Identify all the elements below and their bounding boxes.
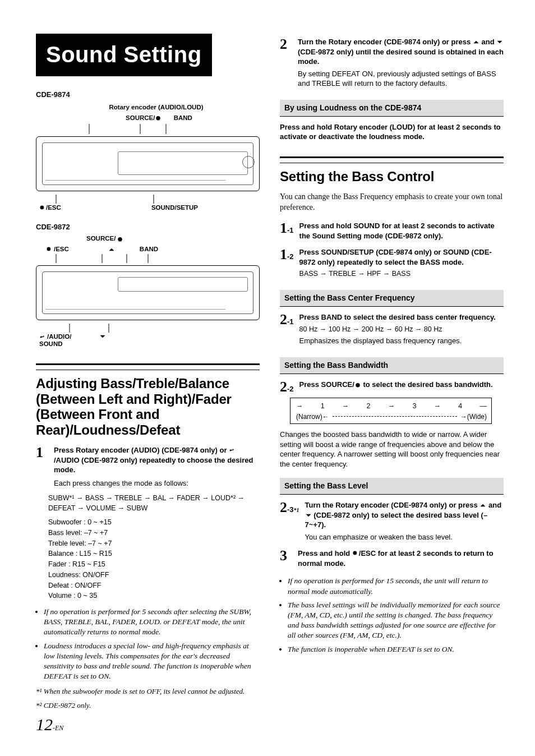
power-icon <box>354 381 361 388</box>
section-divider <box>280 156 504 158</box>
anno-down <box>99 333 106 342</box>
anno-band: BAND <box>174 114 192 121</box>
section-divider <box>36 363 260 365</box>
model-label-9874: CDE-9874 <box>36 90 260 100</box>
page-number: 12-EN <box>36 713 63 736</box>
step-2-3: 2-3*1 Turn the Rotary encoder (CDE-9874 … <box>280 500 504 544</box>
search-icon <box>352 550 359 557</box>
device-illustration-9872 <box>36 265 260 320</box>
chevron-up-icon <box>108 246 115 253</box>
step-1-2: 1-2 Press SOUND/SETUP (CDE-9874 only) or… <box>280 247 504 281</box>
bandwidth-diagram: →1 →2 →3 →4 — (Narrow) ←→ (Wide) <box>290 398 492 424</box>
loop-icon <box>229 447 236 454</box>
bass-intro: You can change the Bass Frequency emphas… <box>280 192 504 213</box>
power-icon <box>155 114 162 121</box>
step-1: 1 Press Rotary encoder (AUDIO) (CDE-9874… <box>36 445 260 490</box>
bass-notes: If no operation is performed for 15 seco… <box>280 576 504 654</box>
anno-rotary: Rotary encoder (AUDIO/LOUD) <box>109 104 203 110</box>
bw-note: Changes the boosted bass bandwidth to wi… <box>280 430 504 469</box>
search-icon <box>46 246 53 253</box>
subheading-bass-level: Setting the Bass Level <box>280 478 504 495</box>
anno-esc-9872: /ESC <box>46 245 69 254</box>
subheading-bass-center: Setting the Bass Center Frequency <box>280 290 504 307</box>
leader-lines <box>36 195 260 204</box>
device-illustration-9874 <box>36 136 260 191</box>
section-divider <box>36 370 260 370</box>
loop-icon <box>39 334 46 340</box>
chevron-down-icon <box>496 39 503 45</box>
section-heading-bass: Setting the Bass Control <box>280 169 504 185</box>
chevron-down-icon <box>305 512 312 519</box>
step-3: 3 Press and hold /ESC for at least 2 sec… <box>280 548 504 570</box>
chevron-down-icon <box>99 333 106 340</box>
search-icon <box>39 205 46 211</box>
subheading-loudness: By using Loudness on the CDE-9874 <box>280 100 504 117</box>
subheading-bass-bw: Setting the Bass Bandwidth <box>280 357 504 374</box>
page-title: Sound Setting <box>36 34 212 76</box>
step-1-1: 1-1 Press and hold SOUND for at least 2 … <box>280 221 504 243</box>
anno-source-9872: SOURCE/ <box>86 234 123 243</box>
value-ranges: Subwoofer : 0 ~ +15 Bass level: –7 ~ +7 … <box>48 517 260 601</box>
anno-esc: /ESC <box>39 204 61 213</box>
anno-source: SOURCE/ <box>126 114 162 121</box>
notes-list: If no operation is performed for 5 secon… <box>36 607 260 682</box>
chevron-up-icon <box>479 502 486 509</box>
footnote-1: *¹ When the subwoofer mode is set to OFF… <box>36 686 260 697</box>
anno-sound-9872: SOUND <box>39 340 63 349</box>
power-icon <box>117 236 123 242</box>
model-label-9872: CDE-9872 <box>36 222 260 232</box>
leader-lines <box>36 254 260 263</box>
step-2-top: 2 Turn the Rotary encoder (CDE-9874 only… <box>280 37 504 91</box>
anno-band-9872: BAND <box>140 245 158 254</box>
loudness-body: Press and hold Rotary encoder (LOUD) for… <box>280 122 504 142</box>
footnote-2: *² CDE-9872 only. <box>36 700 260 711</box>
chevron-up-icon <box>473 39 479 45</box>
anno-sound-setup: SOUND/SETUP <box>151 204 198 213</box>
step-2-2: 2-2 Press SOURCE/ to select the desired … <box>280 380 504 394</box>
step-2-1: 2-1 Press BAND to select the desired bas… <box>280 312 504 348</box>
leader-lines <box>36 124 260 134</box>
section-heading-adjust: Adjusting Bass/Treble/Balance (Between L… <box>36 376 260 437</box>
anno-up <box>108 245 115 254</box>
mode-cycle: SUBW*¹ → BASS → TREBLE → BAL → FADER → L… <box>48 493 260 514</box>
section-divider <box>280 163 504 163</box>
leader-lines <box>36 324 260 333</box>
